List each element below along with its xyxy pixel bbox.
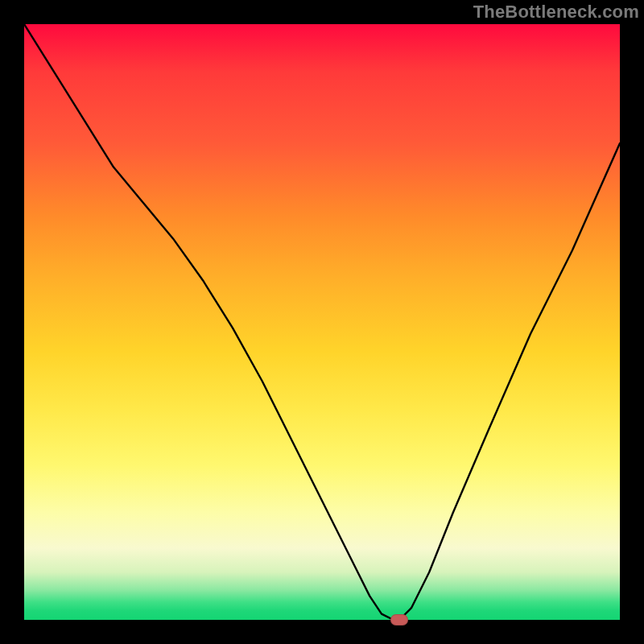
watermark-text: TheBottleneck.com <box>473 2 639 23</box>
plot-frame <box>24 24 620 620</box>
chart-container: TheBottleneck.com <box>0 0 644 644</box>
optimum-marker <box>390 614 408 625</box>
bottleneck-curve <box>24 24 620 620</box>
